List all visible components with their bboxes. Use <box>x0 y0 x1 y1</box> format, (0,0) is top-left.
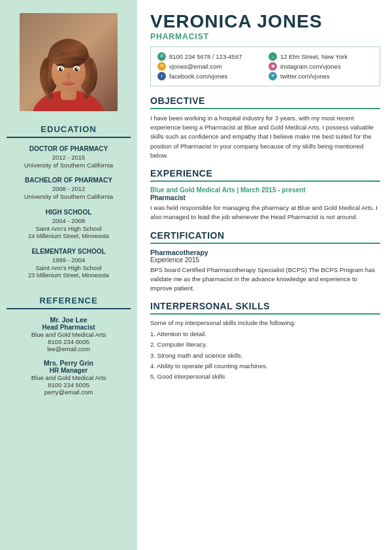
edu-school-1: University of Southern California <box>7 162 131 169</box>
svg-point-12 <box>59 67 63 71</box>
contact-grid: ✆ 8100 234 5678 / 123-4567 ⌂ 12 Elm Stre… <box>150 46 380 86</box>
candidate-name: VERONICA JONES <box>150 12 380 32</box>
certification-title: CERTIFICATION <box>150 230 380 244</box>
objective-title: OBJECTIVE <box>150 95 380 109</box>
skill-item-5: 5. Good interpersonal skills <box>150 371 380 382</box>
edu-address-3: 24 Millenium Street, Minnesota <box>7 233 131 241</box>
objective-text: I have been working in a hospital indust… <box>150 114 380 160</box>
edu-item-2: BACHELOR OF PHARMACY 2008 - 2012 Univers… <box>7 176 131 201</box>
phone-text: 8100 234 5678 / 123-4567 <box>169 53 242 60</box>
ref-name-1: Mr. Joe Lee <box>7 316 131 324</box>
profile-photo <box>20 13 118 111</box>
facebook-text: facebook.com/vjones <box>169 73 227 80</box>
cert-name: Pharmacotherapy <box>150 249 380 256</box>
contact-email: ✉ vjones@email.com <box>157 62 262 71</box>
twitter-text: twitter.com/vjones <box>280 73 330 80</box>
ref-email-1: lee@email.com <box>7 345 131 352</box>
ref-name-2: Mrs. Perry Grin <box>7 359 131 367</box>
edu-year-1: 2012 - 2015 <box>7 154 131 161</box>
header: VERONICA JONES PHARMACIST ✆ 8100 234 567… <box>150 12 380 86</box>
skills-intro: Some of my interpersonal skills include … <box>150 319 380 326</box>
email-text: vjones@email.com <box>169 63 221 70</box>
svg-point-17 <box>76 74 87 80</box>
reference-title: REFERENCE <box>7 296 131 309</box>
education-section: EDUCATION DOCTOR OF PHARMACY 2012 - 2015… <box>0 124 137 296</box>
experience-title: EXPERIENCE <box>150 168 380 182</box>
skills-title: INTERPERSONAL SKILLS <box>150 301 380 315</box>
twitter-icon: ✈ <box>269 72 277 80</box>
edu-school-2: University of Southern California <box>7 193 131 201</box>
email-icon: ✉ <box>157 62 166 71</box>
ref-email-2: perry@email.com <box>7 388 131 396</box>
contact-twitter: ✈ twitter.com/vjones <box>269 72 373 80</box>
facebook-icon: f <box>157 72 166 80</box>
svg-point-15 <box>76 68 78 69</box>
main-content: VERONICA JONES PHARMACIST ✆ 8100 234 567… <box>137 0 392 550</box>
phone-icon: ✆ <box>157 52 166 61</box>
contact-instagram: ◉ instagram.com/vjones <box>269 62 373 71</box>
svg-point-16 <box>50 74 61 80</box>
svg-point-13 <box>74 67 78 71</box>
edu-degree-4: ELEMENTARY SCHOOL <box>7 247 131 256</box>
objective-section: OBJECTIVE I have been working in a hospi… <box>150 95 380 160</box>
edu-year-3: 2004 - 2008 <box>7 217 131 224</box>
instagram-icon: ◉ <box>269 62 277 71</box>
edu-item-1: DOCTOR OF PHARMACY 2012 - 2015 Universit… <box>7 145 131 169</box>
edu-year-2: 2008 - 2012 <box>7 185 131 192</box>
skill-item-4: 4. Ability to operate pill counting mach… <box>150 361 380 371</box>
skill-item-3: 3. Strong math and science skills. <box>150 351 380 361</box>
ref-item-2: Mrs. Perry Grin HR Manager Blue and Gold… <box>7 359 131 396</box>
edu-item-4: ELEMENTARY SCHOOL 1999 - 2004 Saint Ann'… <box>7 247 131 280</box>
location-icon: ⌂ <box>269 52 277 61</box>
edu-degree-2: BACHELOR OF PHARMACY <box>7 176 131 184</box>
edu-school-4: Saint Ann's High School <box>7 264 131 272</box>
edu-degree-3: HIGH SCHOOL <box>7 208 131 216</box>
sidebar: EDUCATION DOCTOR OF PHARMACY 2012 - 2015… <box>0 0 137 550</box>
edu-year-4: 1999 - 2004 <box>7 256 131 264</box>
skills-list: 1. Attention to detail. 2. Computer lite… <box>150 329 380 382</box>
skill-item-1: 1. Attention to detail. <box>150 329 380 339</box>
exp-text: I was held responsible for managing the … <box>150 203 380 222</box>
skills-section: INTERPERSONAL SKILLS Some of my interper… <box>150 301 380 382</box>
edu-item-3: HIGH SCHOOL 2004 - 2008 Saint Ann's High… <box>7 208 131 241</box>
ref-title-2: HR Manager <box>7 367 131 374</box>
education-title: EDUCATION <box>7 124 131 138</box>
instagram-text: instagram.com/vjones <box>280 63 340 70</box>
location-text: 12 Elm Street, New York <box>280 53 348 60</box>
svg-point-14 <box>61 68 62 69</box>
edu-address-4: 23 Millenium Street, Minnesota <box>7 272 131 280</box>
ref-company-1: Blue and Gold Medical Arts <box>7 331 131 338</box>
edu-degree-1: DOCTOR OF PHARMACY <box>7 145 131 153</box>
candidate-job-title: PHARMACIST <box>150 32 380 41</box>
reference-section: REFERENCE Mr. Joe Lee Head Pharmacist Bl… <box>0 296 137 411</box>
skill-item-2: 2. Computer literacy. <box>150 339 380 350</box>
contact-location: ⌂ 12 Elm Street, New York <box>269 52 373 61</box>
contact-facebook: f facebook.com/vjones <box>157 72 262 80</box>
ref-title-1: Head Pharmacist <box>7 324 131 331</box>
certification-section: CERTIFICATION Pharmacotherapy Experience… <box>150 230 380 294</box>
ref-phone-2: 8100 234 5005 <box>7 381 131 388</box>
exp-company-header: Blue and Gold Medical Arts | March 2015 … <box>150 186 380 194</box>
ref-phone-1: 8100 234 0005 <box>7 338 131 345</box>
contact-phone: ✆ 8100 234 5678 / 123-4567 <box>157 52 262 61</box>
cert-year: Experience 2015 <box>150 256 380 264</box>
exp-position: Pharmacist <box>150 194 380 201</box>
edu-school-3: Saint Ann's High School <box>7 225 131 233</box>
ref-company-2: Blue and Gold Medical Arts <box>7 374 131 381</box>
ref-item-1: Mr. Joe Lee Head Pharmacist Blue and Gol… <box>7 316 131 352</box>
experience-section: EXPERIENCE Blue and Gold Medical Arts | … <box>150 168 380 222</box>
cert-text: BPS board Certified Pharmacotherapy Spec… <box>150 266 380 294</box>
